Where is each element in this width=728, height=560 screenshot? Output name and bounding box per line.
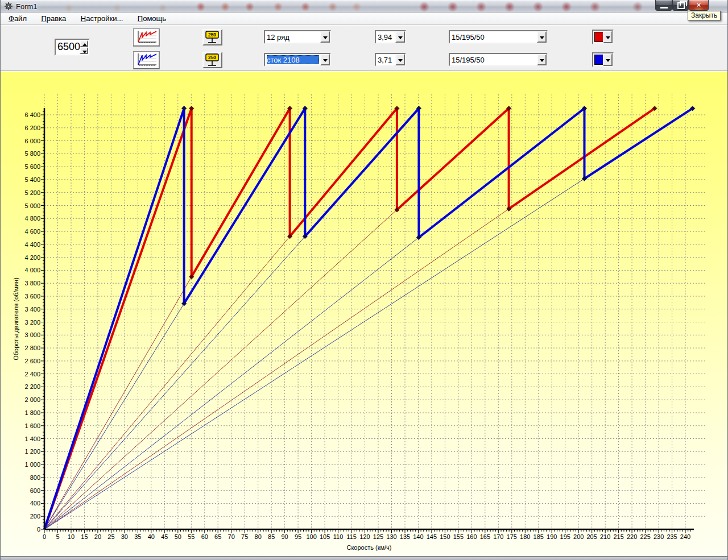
svg-text:1 200: 1 200: [24, 448, 40, 455]
chevron-down-icon: [323, 59, 328, 62]
arrow-up-icon: [82, 43, 87, 46]
tire-size-select-blue-value: 15/195/50: [452, 55, 536, 64]
rpm-spin-up-button[interactable]: [80, 40, 88, 47]
svg-text:10: 10: [68, 533, 75, 540]
svg-text:200: 200: [573, 533, 584, 540]
menu-bar: Файл Правка Настройки... Помощь: [1, 13, 728, 25]
max-speed-sign-button-blue[interactable]: 250: [202, 52, 222, 68]
svg-text:0: 0: [43, 533, 46, 540]
svg-text:235: 235: [667, 533, 677, 540]
menu-file[interactable]: Файл: [3, 13, 32, 24]
svg-text:175: 175: [507, 533, 517, 540]
svg-text:215: 215: [613, 533, 623, 540]
svg-text:30: 30: [121, 533, 128, 540]
final-drive-select-red-value: 3,94: [378, 32, 394, 42]
restore-button[interactable]: [672, 0, 689, 11]
svg-text:110: 110: [333, 533, 344, 540]
svg-text:3 000: 3 000: [24, 331, 40, 338]
svg-text:1 600: 1 600: [24, 422, 40, 429]
application-window: Form1 × Закрыть Файл Правка Настройки...…: [0, 0, 728, 560]
svg-text:75: 75: [241, 533, 248, 540]
dropdown-arrow-button[interactable]: [395, 54, 405, 65]
svg-text:1 400: 1 400: [24, 435, 40, 442]
curve-color-select-blue[interactable]: [592, 52, 614, 67]
final-drive-select-blue-value: 3,71: [378, 55, 394, 64]
tire-size-select-red[interactable]: 15/195/50: [449, 30, 548, 44]
svg-text:4 200: 4 200: [24, 254, 40, 261]
svg-text:160: 160: [466, 533, 477, 540]
curve-color-select-red[interactable]: [592, 30, 614, 44]
svg-text:40: 40: [148, 533, 155, 540]
rpm-spin-down-button[interactable]: [80, 47, 88, 54]
svg-text:250: 250: [208, 32, 216, 38]
svg-text:2 800: 2 800: [24, 345, 40, 351]
gearbox-select-blue-value: сток 2108: [267, 55, 319, 64]
gearbox-select-red-value: 12 ряд: [267, 32, 319, 42]
arrow-down-icon: [82, 51, 87, 53]
window-title: Form1: [16, 2, 38, 11]
svg-text:1 800: 1 800: [24, 409, 40, 416]
svg-text:6 000: 6 000: [24, 138, 40, 144]
app-gear-icon: [4, 2, 13, 11]
minimize-button[interactable]: [655, 0, 672, 11]
svg-text:170: 170: [493, 533, 503, 540]
svg-text:145: 145: [427, 533, 437, 540]
svg-text:50: 50: [175, 533, 181, 540]
svg-text:35: 35: [134, 533, 141, 540]
chart-curve-red-icon: [134, 29, 158, 45]
svg-text:250: 250: [208, 55, 216, 60]
final-drive-select-red[interactable]: 3,94: [375, 30, 406, 44]
max-speed-sign-button-red[interactable]: 250: [202, 29, 222, 45]
svg-text:205: 205: [587, 533, 597, 540]
tire-size-select-blue[interactable]: 15/195/50: [449, 53, 548, 67]
chevron-down-icon: [606, 36, 610, 39]
svg-text:150: 150: [440, 533, 450, 540]
svg-text:3 400: 3 400: [24, 306, 40, 313]
close-icon: ×: [689, 1, 708, 9]
svg-text:85: 85: [268, 533, 275, 540]
svg-text:Обороты двигателя (об/мин): Обороты двигателя (об/мин): [13, 277, 19, 360]
dropdown-arrow-button[interactable]: [395, 31, 405, 43]
menu-edit[interactable]: Правка: [36, 13, 71, 24]
svg-text:135: 135: [400, 533, 410, 540]
chart-curve-blue-icon: [134, 52, 158, 68]
dropdown-arrow-button[interactable]: [603, 53, 613, 66]
rpm-limit-value: 6500: [57, 41, 80, 53]
svg-text:1 000: 1 000: [24, 461, 40, 468]
dropdown-arrow-button[interactable]: [320, 31, 330, 43]
rpm-speed-chart: 0510152025303540455055606570758085909510…: [1, 72, 728, 557]
svg-text:6 400: 6 400: [24, 111, 40, 118]
rpm-limit-spinner[interactable]: 6500: [55, 39, 90, 56]
svg-text:165: 165: [480, 533, 490, 540]
svg-text:190: 190: [547, 533, 557, 540]
restore-icon: [677, 2, 685, 9]
menu-help[interactable]: Помощь: [133, 13, 171, 24]
dropdown-arrow-button[interactable]: [320, 54, 330, 65]
chevron-down-icon: [540, 36, 544, 39]
close-button[interactable]: ×: [689, 0, 709, 11]
svg-text:4 000: 4 000: [24, 267, 40, 273]
svg-text:3 600: 3 600: [24, 293, 40, 300]
dropdown-arrow-button[interactable]: [603, 31, 613, 43]
svg-text:3 800: 3 800: [24, 280, 40, 287]
dropdown-arrow-button[interactable]: [537, 31, 547, 43]
final-drive-select-blue[interactable]: 3,71: [375, 53, 406, 67]
toolbar: 6500: [1, 25, 728, 71]
tire-size-select-red-value: 15/195/50: [452, 32, 536, 42]
plot-blue-curve-button[interactable]: [133, 51, 160, 69]
svg-text:2 600: 2 600: [24, 358, 40, 364]
close-tooltip: Закрыть: [688, 11, 721, 20]
svg-text:185: 185: [533, 533, 544, 540]
plot-red-curve-button[interactable]: [133, 28, 160, 47]
svg-text:225: 225: [640, 533, 650, 540]
svg-text:65: 65: [214, 533, 221, 540]
svg-text:Скорость (км/ч): Скорость (км/ч): [346, 544, 391, 551]
gearbox-select-red[interactable]: 12 ряд: [264, 30, 331, 44]
svg-text:5 600: 5 600: [24, 163, 40, 170]
speed-limit-sign-icon: 250: [204, 30, 221, 44]
menu-settings[interactable]: Настройки...: [76, 13, 129, 24]
title-bar[interactable]: Form1 ×: [1, 0, 728, 13]
svg-text:800: 800: [30, 474, 40, 481]
dropdown-arrow-button[interactable]: [537, 54, 547, 65]
gearbox-select-blue[interactable]: сток 2108: [264, 53, 331, 67]
